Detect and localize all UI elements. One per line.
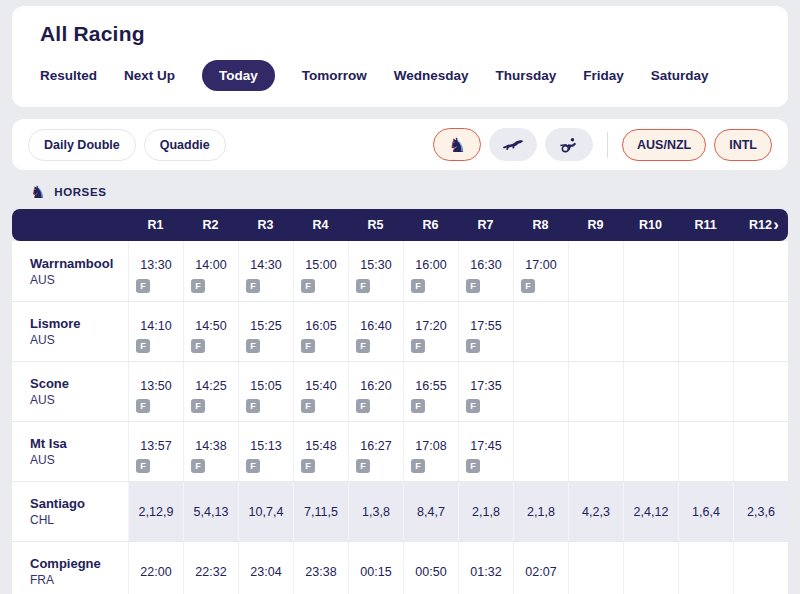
race-time[interactable]: 17:45: [470, 439, 501, 453]
race-cell[interactable]: 2,1,8: [513, 482, 568, 541]
tab-saturday[interactable]: Saturday: [651, 68, 709, 83]
race-cell[interactable]: 13:50F: [128, 362, 183, 421]
race-cell[interactable]: 16:00F: [403, 241, 458, 301]
venue-name[interactable]: Compiegne: [30, 556, 128, 571]
race-time[interactable]: 16:40: [360, 319, 391, 333]
race-cell[interactable]: 02:07: [513, 542, 568, 594]
race-result[interactable]: 2,1,8: [527, 505, 555, 519]
race-cell[interactable]: 16:55F: [403, 362, 458, 421]
race-cell[interactable]: 13:57F: [128, 422, 183, 481]
harness-filter-button[interactable]: [545, 128, 593, 161]
race-cell[interactable]: 16:27F: [348, 422, 403, 481]
race-time[interactable]: 17:00: [525, 258, 556, 272]
race-cell[interactable]: 15:00F: [293, 241, 348, 301]
venue-name[interactable]: Scone: [30, 376, 128, 391]
race-cell[interactable]: 23:38: [293, 542, 348, 594]
race-cell[interactable]: 23:04: [238, 542, 293, 594]
race-cell[interactable]: 16:30F: [458, 241, 513, 301]
race-cell[interactable]: 17:08F: [403, 422, 458, 481]
chevron-right-icon[interactable]: ›: [773, 216, 779, 233]
race-cell[interactable]: 15:05F: [238, 362, 293, 421]
race-time[interactable]: 23:38: [305, 565, 336, 579]
intl-filter-button[interactable]: INTL: [714, 129, 772, 161]
race-result[interactable]: 1,3,8: [362, 505, 390, 519]
race-time[interactable]: 15:40: [305, 379, 336, 393]
venue-name[interactable]: Santiago: [30, 496, 128, 511]
race-time[interactable]: 14:38: [195, 439, 226, 453]
race-cell[interactable]: 14:10F: [128, 302, 183, 361]
greyhounds-filter-button[interactable]: [489, 128, 537, 161]
race-cell[interactable]: 17:00F: [513, 241, 568, 301]
race-time[interactable]: 13:30: [140, 258, 171, 272]
horses-filter-button[interactable]: ♞: [433, 128, 481, 161]
race-result[interactable]: 4,2,3: [582, 505, 610, 519]
race-time[interactable]: 17:08: [415, 439, 446, 453]
race-cell[interactable]: 2,12,9: [128, 482, 183, 541]
race-time[interactable]: 02:07: [525, 565, 556, 579]
race-cell[interactable]: 17:55F: [458, 302, 513, 361]
race-result[interactable]: 8,4,7: [417, 505, 445, 519]
race-cell[interactable]: 2,4,12: [623, 482, 678, 541]
race-time[interactable]: 14:10: [140, 319, 171, 333]
tab-friday[interactable]: Friday: [583, 68, 624, 83]
race-time[interactable]: 16:27: [360, 439, 391, 453]
race-cell[interactable]: 00:15: [348, 542, 403, 594]
race-cell[interactable]: 17:45F: [458, 422, 513, 481]
tab-wednesday[interactable]: Wednesday: [394, 68, 469, 83]
race-time[interactable]: 01:32: [470, 565, 501, 579]
race-cell[interactable]: 22:00: [128, 542, 183, 594]
race-cell[interactable]: 00:50: [403, 542, 458, 594]
race-time[interactable]: 14:50: [195, 319, 226, 333]
race-result[interactable]: 10,7,4: [249, 505, 284, 519]
race-cell[interactable]: 1,3,8: [348, 482, 403, 541]
race-cell[interactable]: 7,11,5: [293, 482, 348, 541]
race-result[interactable]: 5,4,13: [194, 505, 229, 519]
race-cell[interactable]: 14:00F: [183, 241, 238, 301]
tab-today[interactable]: Today: [202, 60, 275, 91]
race-result[interactable]: 2,12,9: [139, 505, 174, 519]
race-cell[interactable]: 1,6,4: [678, 482, 733, 541]
race-result[interactable]: 2,1,8: [472, 505, 500, 519]
race-result[interactable]: 7,11,5: [304, 505, 338, 519]
venue-name[interactable]: Lismore: [30, 316, 128, 331]
race-cell[interactable]: 16:40F: [348, 302, 403, 361]
race-time[interactable]: 15:00: [305, 258, 336, 272]
aus-nzl-filter-button[interactable]: AUS/NZL: [622, 129, 706, 161]
race-time[interactable]: 13:50: [140, 379, 171, 393]
race-time[interactable]: 16:20: [360, 379, 391, 393]
race-time[interactable]: 15:25: [250, 319, 281, 333]
race-cell[interactable]: 13:30F: [128, 241, 183, 301]
race-cell[interactable]: 17:20F: [403, 302, 458, 361]
race-cell[interactable]: 15:13F: [238, 422, 293, 481]
race-time[interactable]: 22:32: [195, 565, 226, 579]
tab-thursday[interactable]: Thursday: [496, 68, 557, 83]
tab-next-up[interactable]: Next Up: [124, 68, 175, 83]
race-cell[interactable]: 01:32: [458, 542, 513, 594]
race-cell[interactable]: 14:50F: [183, 302, 238, 361]
race-time[interactable]: 16:05: [305, 319, 336, 333]
venue-name[interactable]: Warrnambool: [30, 256, 128, 271]
race-cell[interactable]: 15:30F: [348, 241, 403, 301]
race-time[interactable]: 17:20: [415, 319, 446, 333]
race-time[interactable]: 15:30: [360, 258, 391, 272]
race-time[interactable]: 23:04: [250, 565, 281, 579]
race-time[interactable]: 16:00: [415, 258, 446, 272]
race-cell[interactable]: 14:38F: [183, 422, 238, 481]
quaddie-button[interactable]: Quaddie: [144, 129, 226, 161]
race-time[interactable]: 22:00: [140, 565, 171, 579]
race-result[interactable]: 2,3,6: [747, 505, 775, 519]
race-time[interactable]: 14:30: [250, 258, 281, 272]
race-cell[interactable]: 14:30F: [238, 241, 293, 301]
race-cell[interactable]: 16:20F: [348, 362, 403, 421]
race-time[interactable]: 14:25: [195, 379, 226, 393]
race-cell[interactable]: 2,1,8: [458, 482, 513, 541]
race-cell[interactable]: 4,2,3: [568, 482, 623, 541]
daily-double-button[interactable]: Daily Double: [28, 129, 136, 161]
race-time[interactable]: 15:48: [305, 439, 336, 453]
race-time[interactable]: 16:30: [470, 258, 501, 272]
race-result[interactable]: 2,4,12: [634, 505, 669, 519]
race-time[interactable]: 15:05: [250, 379, 281, 393]
race-cell[interactable]: 16:05F: [293, 302, 348, 361]
race-cell[interactable]: 15:25F: [238, 302, 293, 361]
race-time[interactable]: 17:35: [470, 379, 501, 393]
